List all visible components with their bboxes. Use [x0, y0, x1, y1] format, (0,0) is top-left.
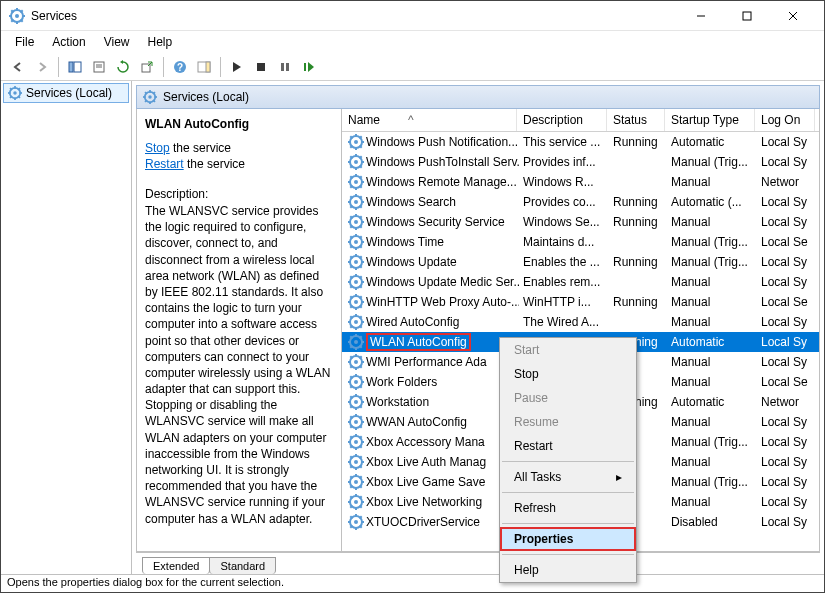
stop-link[interactable]: Stop	[145, 141, 170, 155]
description-text: The WLANSVC service provides the logic r…	[145, 203, 333, 527]
column-name[interactable]: Name ^	[342, 109, 517, 131]
restart-link[interactable]: Restart	[145, 157, 184, 171]
ctx-help[interactable]: Help	[500, 558, 636, 582]
show-hide-tree-button[interactable]	[64, 56, 86, 78]
services-app-icon	[9, 8, 25, 24]
tree-item-label: Services (Local)	[26, 86, 112, 100]
window-title: Services	[31, 9, 678, 23]
gear-icon	[348, 274, 364, 290]
titlebar: Services	[1, 1, 824, 31]
svg-rect-23	[206, 62, 210, 72]
pause-service-button[interactable]	[274, 56, 296, 78]
service-row[interactable]: Windows UpdateEnables the ...RunningManu…	[342, 252, 819, 272]
start-service-button[interactable]	[226, 56, 248, 78]
service-row[interactable]: Windows SearchProvides co...RunningAutom…	[342, 192, 819, 212]
menubar: File Action View Help	[1, 31, 824, 53]
gear-icon	[348, 314, 364, 330]
svg-rect-11	[743, 12, 751, 20]
gear-icon	[348, 214, 364, 230]
menu-action[interactable]: Action	[44, 33, 93, 51]
statusbar: Opens the properties dialog box for the …	[1, 574, 824, 592]
gear-icon	[348, 514, 364, 530]
action-pane-button[interactable]	[193, 56, 215, 78]
gear-icon	[348, 354, 364, 370]
ctx-restart[interactable]: Restart	[500, 434, 636, 458]
service-row[interactable]: Windows TimeMaintains d...Manual (Trig..…	[342, 232, 819, 252]
service-row[interactable]: Windows Update Medic Ser...Enables rem..…	[342, 272, 819, 292]
svg-rect-26	[286, 63, 289, 71]
forward-button[interactable]	[31, 56, 53, 78]
service-row[interactable]: Windows Push Notification...This service…	[342, 132, 819, 152]
ctx-refresh[interactable]: Refresh	[500, 496, 636, 520]
help-button[interactable]: ?	[169, 56, 191, 78]
list-header: Name ^ Description Status Startup Type L…	[342, 109, 819, 132]
gear-icon	[348, 134, 364, 150]
export-button[interactable]	[136, 56, 158, 78]
svg-rect-25	[281, 63, 284, 71]
close-button[interactable]	[770, 2, 816, 30]
svg-rect-15	[74, 62, 81, 72]
column-startup-type[interactable]: Startup Type	[665, 109, 755, 131]
toolbar: ?	[1, 53, 824, 81]
tab-standard[interactable]: Standard	[209, 557, 276, 574]
selected-service-title: WLAN AutoConfig	[145, 117, 333, 131]
service-row[interactable]: WinHTTP Web Proxy Auto-...WinHTTP i...Ru…	[342, 292, 819, 312]
gear-icon	[348, 294, 364, 310]
gear-icon	[348, 494, 364, 510]
ctx-properties[interactable]: Properties	[500, 527, 636, 551]
gear-icon	[348, 414, 364, 430]
gear-icon	[348, 254, 364, 270]
menu-view[interactable]: View	[96, 33, 138, 51]
view-header: Services (Local)	[136, 85, 820, 109]
stop-service-button[interactable]	[250, 56, 272, 78]
svg-rect-24	[257, 63, 265, 71]
gear-icon	[348, 234, 364, 250]
service-row[interactable]: Windows Remote Manage...Windows R...Manu…	[342, 172, 819, 192]
menu-help[interactable]: Help	[140, 33, 181, 51]
column-status[interactable]: Status	[607, 109, 665, 131]
service-row[interactable]: Windows PushToInstall Serv...Provides in…	[342, 152, 819, 172]
ctx-all-tasks[interactable]: All Tasks▸	[500, 465, 636, 489]
gear-icon	[348, 474, 364, 490]
tree-pane: Services (Local)	[1, 81, 132, 574]
refresh-button[interactable]	[112, 56, 134, 78]
column-description[interactable]: Description	[517, 109, 607, 131]
gear-icon	[348, 374, 364, 390]
gear-icon	[348, 394, 364, 410]
back-button[interactable]	[7, 56, 29, 78]
properties-button[interactable]	[88, 56, 110, 78]
ctx-start: Start	[500, 338, 636, 362]
svg-rect-27	[304, 63, 306, 71]
view-header-title: Services (Local)	[163, 90, 249, 104]
statusbar-text: Opens the properties dialog box for the …	[7, 576, 284, 588]
gear-icon	[348, 334, 364, 350]
description-label: Description:	[145, 187, 333, 201]
ctx-stop[interactable]: Stop	[500, 362, 636, 386]
svg-text:?: ?	[177, 62, 183, 73]
context-menu: Start Stop Pause Resume Restart All Task…	[499, 337, 637, 583]
gear-icon	[8, 86, 22, 100]
menu-file[interactable]: File	[7, 33, 42, 51]
gear-icon	[348, 434, 364, 450]
gear-icon	[143, 90, 157, 104]
chevron-right-icon: ▸	[616, 470, 622, 484]
svg-rect-14	[69, 62, 73, 72]
maximize-button[interactable]	[724, 2, 770, 30]
gear-icon	[348, 154, 364, 170]
service-row[interactable]: Wired AutoConfigThe Wired A...ManualLoca…	[342, 312, 819, 332]
tree-item-services-local[interactable]: Services (Local)	[3, 83, 129, 103]
detail-pane: WLAN AutoConfig Stop the service Restart…	[137, 109, 342, 551]
gear-icon	[348, 454, 364, 470]
minimize-button[interactable]	[678, 2, 724, 30]
gear-icon	[348, 194, 364, 210]
restart-service-button[interactable]	[298, 56, 320, 78]
view-tabs: Extended Standard	[136, 552, 820, 574]
ctx-resume: Resume	[500, 410, 636, 434]
service-row[interactable]: Windows Security ServiceWindows Se...Run…	[342, 212, 819, 232]
gear-icon	[348, 174, 364, 190]
column-logon[interactable]: Log On	[755, 109, 815, 131]
ctx-pause: Pause	[500, 386, 636, 410]
tab-extended[interactable]: Extended	[142, 557, 210, 574]
